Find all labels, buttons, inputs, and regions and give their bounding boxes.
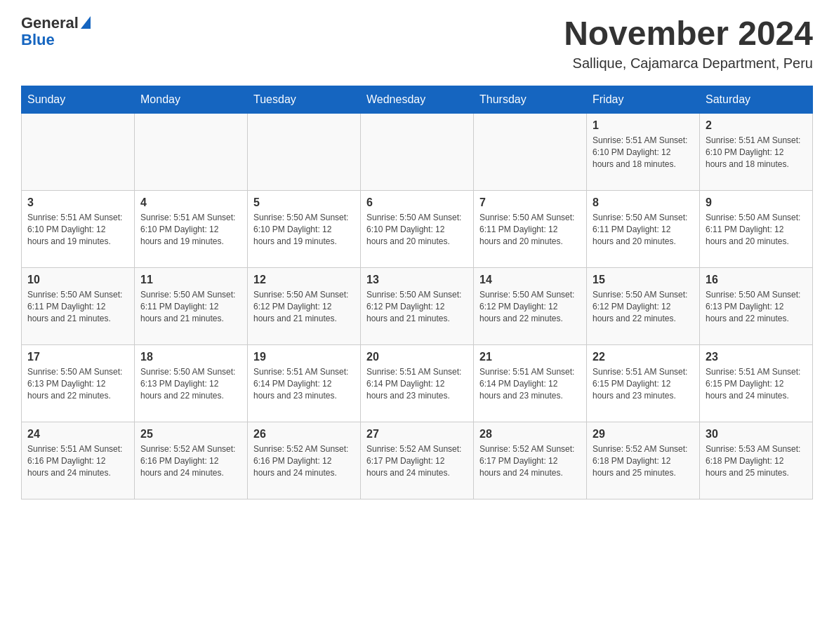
calendar-cell xyxy=(135,114,248,191)
day-info: Sunrise: 5:50 AM Sunset: 6:13 PM Dayligh… xyxy=(27,366,128,401)
page-header: General Blue November 2024 Sallique, Caj… xyxy=(21,14,813,72)
day-info: Sunrise: 5:50 AM Sunset: 6:11 PM Dayligh… xyxy=(593,212,694,247)
day-number: 18 xyxy=(140,351,241,363)
day-number: 19 xyxy=(253,351,355,363)
month-title: November 2024 xyxy=(564,14,813,53)
calendar-cell: 18Sunrise: 5:50 AM Sunset: 6:13 PM Dayli… xyxy=(135,345,248,422)
calendar-cell: 26Sunrise: 5:52 AM Sunset: 6:16 PM Dayli… xyxy=(248,422,361,499)
calendar-cell xyxy=(361,114,474,191)
logo-general-text: General xyxy=(21,14,79,32)
calendar-cell: 7Sunrise: 5:50 AM Sunset: 6:11 PM Daylig… xyxy=(474,191,587,268)
day-number: 3 xyxy=(27,196,128,209)
day-number: 16 xyxy=(706,274,807,286)
calendar-cell: 29Sunrise: 5:52 AM Sunset: 6:18 PM Dayli… xyxy=(587,422,700,499)
day-number: 13 xyxy=(366,274,468,286)
calendar-cell: 28Sunrise: 5:52 AM Sunset: 6:17 PM Dayli… xyxy=(474,422,587,499)
day-number: 17 xyxy=(27,351,128,363)
calendar-cell: 20Sunrise: 5:51 AM Sunset: 6:14 PM Dayli… xyxy=(361,345,474,422)
day-info: Sunrise: 5:50 AM Sunset: 6:12 PM Dayligh… xyxy=(253,289,355,324)
location-subtitle: Sallique, Cajamarca Department, Peru xyxy=(564,55,813,72)
calendar-week-row: 24Sunrise: 5:51 AM Sunset: 6:16 PM Dayli… xyxy=(22,422,813,499)
calendar-cell: 5Sunrise: 5:50 AM Sunset: 6:10 PM Daylig… xyxy=(248,191,361,268)
calendar-cell: 4Sunrise: 5:51 AM Sunset: 6:10 PM Daylig… xyxy=(135,191,248,268)
day-number: 29 xyxy=(593,428,694,441)
day-number: 5 xyxy=(253,196,355,209)
calendar-cell: 30Sunrise: 5:53 AM Sunset: 6:18 PM Dayli… xyxy=(700,422,813,499)
day-number: 23 xyxy=(706,351,807,363)
day-number: 28 xyxy=(479,428,581,441)
calendar-header-row: SundayMondayTuesdayWednesdayThursdayFrid… xyxy=(22,86,813,114)
day-info: Sunrise: 5:50 AM Sunset: 6:11 PM Dayligh… xyxy=(27,289,128,324)
day-info: Sunrise: 5:51 AM Sunset: 6:10 PM Dayligh… xyxy=(706,135,807,170)
day-number: 1 xyxy=(593,119,694,132)
calendar-cell xyxy=(248,114,361,191)
day-number: 22 xyxy=(593,351,694,363)
day-info: Sunrise: 5:53 AM Sunset: 6:18 PM Dayligh… xyxy=(706,443,807,478)
day-info: Sunrise: 5:50 AM Sunset: 6:11 PM Dayligh… xyxy=(479,212,581,247)
day-header-saturday: Saturday xyxy=(700,86,813,114)
day-info: Sunrise: 5:50 AM Sunset: 6:11 PM Dayligh… xyxy=(706,212,807,247)
day-info: Sunrise: 5:50 AM Sunset: 6:11 PM Dayligh… xyxy=(140,289,241,324)
title-area: November 2024 Sallique, Cajamarca Depart… xyxy=(564,14,813,72)
day-info: Sunrise: 5:50 AM Sunset: 6:12 PM Dayligh… xyxy=(366,289,468,324)
day-info: Sunrise: 5:52 AM Sunset: 6:16 PM Dayligh… xyxy=(253,443,355,478)
calendar-cell: 24Sunrise: 5:51 AM Sunset: 6:16 PM Dayli… xyxy=(22,422,135,499)
calendar-cell: 8Sunrise: 5:50 AM Sunset: 6:11 PM Daylig… xyxy=(587,191,700,268)
day-number: 9 xyxy=(706,196,807,209)
calendar-cell: 21Sunrise: 5:51 AM Sunset: 6:14 PM Dayli… xyxy=(474,345,587,422)
day-header-sunday: Sunday xyxy=(22,86,135,114)
day-number: 27 xyxy=(366,428,468,441)
calendar-cell: 2Sunrise: 5:51 AM Sunset: 6:10 PM Daylig… xyxy=(700,114,813,191)
calendar-week-row: 17Sunrise: 5:50 AM Sunset: 6:13 PM Dayli… xyxy=(22,345,813,422)
calendar-week-row: 10Sunrise: 5:50 AM Sunset: 6:11 PM Dayli… xyxy=(22,268,813,345)
calendar-cell: 3Sunrise: 5:51 AM Sunset: 6:10 PM Daylig… xyxy=(22,191,135,268)
day-number: 8 xyxy=(593,196,694,209)
calendar-cell: 25Sunrise: 5:52 AM Sunset: 6:16 PM Dayli… xyxy=(135,422,248,499)
calendar-cell: 22Sunrise: 5:51 AM Sunset: 6:15 PM Dayli… xyxy=(587,345,700,422)
day-number: 4 xyxy=(140,196,241,209)
day-number: 2 xyxy=(706,119,807,132)
day-info: Sunrise: 5:52 AM Sunset: 6:17 PM Dayligh… xyxy=(479,443,581,478)
day-number: 6 xyxy=(366,196,468,209)
day-number: 21 xyxy=(479,351,581,363)
day-number: 11 xyxy=(140,274,241,286)
calendar-week-row: 1Sunrise: 5:51 AM Sunset: 6:10 PM Daylig… xyxy=(22,114,813,191)
calendar-cell: 17Sunrise: 5:50 AM Sunset: 6:13 PM Dayli… xyxy=(22,345,135,422)
calendar-cell: 10Sunrise: 5:50 AM Sunset: 6:11 PM Dayli… xyxy=(22,268,135,345)
calendar-cell: 12Sunrise: 5:50 AM Sunset: 6:12 PM Dayli… xyxy=(248,268,361,345)
day-info: Sunrise: 5:51 AM Sunset: 6:10 PM Dayligh… xyxy=(593,135,694,170)
calendar-cell: 23Sunrise: 5:51 AM Sunset: 6:15 PM Dayli… xyxy=(700,345,813,422)
calendar-cell: 27Sunrise: 5:52 AM Sunset: 6:17 PM Dayli… xyxy=(361,422,474,499)
calendar-cell: 14Sunrise: 5:50 AM Sunset: 6:12 PM Dayli… xyxy=(474,268,587,345)
day-header-wednesday: Wednesday xyxy=(361,86,474,114)
day-info: Sunrise: 5:50 AM Sunset: 6:12 PM Dayligh… xyxy=(479,289,581,324)
day-number: 12 xyxy=(253,274,355,286)
day-number: 26 xyxy=(253,428,355,441)
day-info: Sunrise: 5:51 AM Sunset: 6:15 PM Dayligh… xyxy=(706,366,807,401)
calendar-cell: 19Sunrise: 5:51 AM Sunset: 6:14 PM Dayli… xyxy=(248,345,361,422)
day-info: Sunrise: 5:50 AM Sunset: 6:10 PM Dayligh… xyxy=(366,212,468,247)
logo-triangle-icon xyxy=(81,16,91,29)
calendar-cell: 16Sunrise: 5:50 AM Sunset: 6:13 PM Dayli… xyxy=(700,268,813,345)
calendar-cell xyxy=(474,114,587,191)
day-info: Sunrise: 5:52 AM Sunset: 6:16 PM Dayligh… xyxy=(140,443,241,478)
logo: General Blue xyxy=(21,14,91,49)
day-header-friday: Friday xyxy=(587,86,700,114)
day-info: Sunrise: 5:50 AM Sunset: 6:13 PM Dayligh… xyxy=(706,289,807,324)
day-number: 24 xyxy=(27,428,128,441)
day-info: Sunrise: 5:50 AM Sunset: 6:13 PM Dayligh… xyxy=(140,366,241,401)
calendar-cell: 1Sunrise: 5:51 AM Sunset: 6:10 PM Daylig… xyxy=(587,114,700,191)
day-header-tuesday: Tuesday xyxy=(248,86,361,114)
calendar-week-row: 3Sunrise: 5:51 AM Sunset: 6:10 PM Daylig… xyxy=(22,191,813,268)
day-info: Sunrise: 5:50 AM Sunset: 6:12 PM Dayligh… xyxy=(593,289,694,324)
logo-blue-text: Blue xyxy=(21,31,55,49)
day-header-monday: Monday xyxy=(135,86,248,114)
calendar-cell: 11Sunrise: 5:50 AM Sunset: 6:11 PM Dayli… xyxy=(135,268,248,345)
day-info: Sunrise: 5:52 AM Sunset: 6:18 PM Dayligh… xyxy=(593,443,694,478)
day-info: Sunrise: 5:51 AM Sunset: 6:14 PM Dayligh… xyxy=(479,366,581,401)
day-number: 30 xyxy=(706,428,807,441)
calendar-cell: 13Sunrise: 5:50 AM Sunset: 6:12 PM Dayli… xyxy=(361,268,474,345)
day-header-thursday: Thursday xyxy=(474,86,587,114)
calendar-cell: 15Sunrise: 5:50 AM Sunset: 6:12 PM Dayli… xyxy=(587,268,700,345)
day-number: 10 xyxy=(27,274,128,286)
